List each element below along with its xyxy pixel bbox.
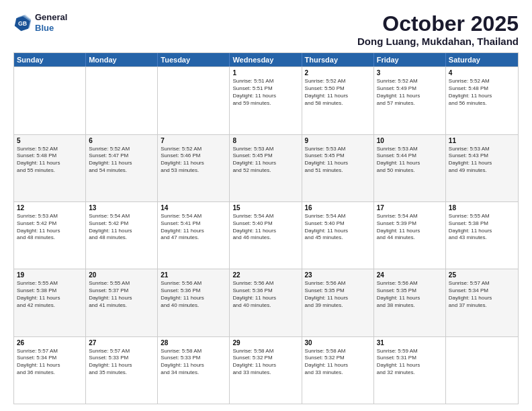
cell-text: Sunrise: 5:55 AMSunset: 5:37 PMDaylight:… — [89, 280, 154, 309]
calendar-cell: 27Sunrise: 5:57 AMSunset: 5:33 PMDayligh… — [86, 337, 158, 404]
day-number: 23 — [305, 271, 371, 279]
logo-general: General — [35, 12, 67, 23]
cell-text: Sunrise: 5:58 AMSunset: 5:32 PMDaylight:… — [232, 348, 298, 377]
calendar-cell: 17Sunrise: 5:54 AMSunset: 5:39 PMDayligh… — [374, 202, 446, 269]
day-number: 1 — [232, 69, 298, 77]
calendar-cell: 2Sunrise: 5:52 AMSunset: 5:50 PMDaylight… — [302, 67, 374, 134]
day-number: 11 — [449, 137, 515, 144]
calendar-cell: 11Sunrise: 5:53 AMSunset: 5:43 PMDayligh… — [446, 135, 518, 201]
day-number: 4 — [449, 69, 515, 77]
day-number: 20 — [89, 271, 154, 279]
day-number: 25 — [449, 271, 515, 279]
cell-text: Sunrise: 5:53 AMSunset: 5:42 PMDaylight:… — [17, 213, 83, 242]
day-number: 3 — [377, 69, 443, 77]
svg-text:GB: GB — [18, 20, 27, 27]
day-number: 24 — [377, 271, 443, 279]
cell-text: Sunrise: 5:55 AMSunset: 5:38 PMDaylight:… — [17, 280, 83, 309]
calendar-cell: 1Sunrise: 5:51 AMSunset: 5:51 PMDaylight… — [230, 67, 302, 134]
cell-text: Sunrise: 5:53 AMSunset: 5:44 PMDaylight:… — [377, 146, 443, 175]
cell-text: Sunrise: 5:56 AMSunset: 5:35 PMDaylight:… — [305, 280, 371, 309]
month-title: October 2025 — [357, 12, 519, 36]
day-number: 30 — [305, 339, 371, 347]
cell-text: Sunrise: 5:58 AMSunset: 5:33 PMDaylight:… — [161, 348, 226, 377]
calendar-cell — [86, 67, 158, 134]
calendar-row: 19Sunrise: 5:55 AMSunset: 5:38 PMDayligh… — [14, 269, 518, 336]
calendar: SundayMondayTuesdayWednesdayThursdayFrid… — [13, 52, 519, 404]
weekday-header: Friday — [374, 53, 446, 66]
cell-text: Sunrise: 5:52 AMSunset: 5:48 PMDaylight:… — [17, 146, 83, 175]
calendar-cell — [446, 337, 518, 404]
day-number: 19 — [17, 271, 83, 279]
cell-text: Sunrise: 5:54 AMSunset: 5:41 PMDaylight:… — [161, 213, 226, 242]
day-number: 18 — [449, 204, 515, 212]
day-number: 8 — [232, 137, 298, 144]
calendar-header: SundayMondayTuesdayWednesdayThursdayFrid… — [14, 53, 518, 66]
weekday-header: Sunday — [14, 53, 86, 66]
cell-text: Sunrise: 5:58 AMSunset: 5:32 PMDaylight:… — [305, 348, 371, 377]
page: GB General Blue October 2025 Dong Luang,… — [0, 0, 532, 411]
day-number: 15 — [232, 204, 298, 212]
cell-text: Sunrise: 5:55 AMSunset: 5:38 PMDaylight:… — [449, 213, 515, 242]
cell-text: Sunrise: 5:52 AMSunset: 5:50 PMDaylight:… — [305, 78, 371, 107]
day-number: 5 — [17, 137, 83, 144]
weekday-header: Saturday — [446, 53, 518, 66]
cell-text: Sunrise: 5:56 AMSunset: 5:36 PMDaylight:… — [232, 280, 298, 309]
cell-text: Sunrise: 5:52 AMSunset: 5:46 PMDaylight:… — [161, 146, 226, 175]
day-number: 10 — [377, 137, 443, 144]
calendar-cell: 19Sunrise: 5:55 AMSunset: 5:38 PMDayligh… — [14, 269, 86, 336]
calendar-cell: 9Sunrise: 5:53 AMSunset: 5:45 PMDaylight… — [302, 135, 374, 201]
day-number: 14 — [161, 204, 226, 212]
calendar-cell: 13Sunrise: 5:54 AMSunset: 5:42 PMDayligh… — [86, 202, 158, 269]
calendar-cell: 26Sunrise: 5:57 AMSunset: 5:34 PMDayligh… — [14, 337, 86, 404]
calendar-cell: 25Sunrise: 5:57 AMSunset: 5:34 PMDayligh… — [446, 269, 518, 336]
cell-text: Sunrise: 5:54 AMSunset: 5:40 PMDaylight:… — [305, 213, 371, 242]
title-block: October 2025 Dong Luang, Mukdahan, Thail… — [357, 12, 519, 47]
calendar-row: 12Sunrise: 5:53 AMSunset: 5:42 PMDayligh… — [14, 201, 518, 269]
cell-text: Sunrise: 5:54 AMSunset: 5:42 PMDaylight:… — [89, 213, 154, 242]
calendar-cell: 31Sunrise: 5:59 AMSunset: 5:31 PMDayligh… — [374, 337, 446, 404]
calendar-cell: 23Sunrise: 5:56 AMSunset: 5:35 PMDayligh… — [302, 269, 374, 336]
day-number: 29 — [232, 339, 298, 347]
calendar-cell — [158, 67, 230, 134]
calendar-cell: 20Sunrise: 5:55 AMSunset: 5:37 PMDayligh… — [86, 269, 158, 336]
calendar-row: 1Sunrise: 5:51 AMSunset: 5:51 PMDaylight… — [14, 66, 518, 134]
day-number: 22 — [232, 271, 298, 279]
day-number: 26 — [17, 339, 83, 347]
cell-text: Sunrise: 5:54 AMSunset: 5:39 PMDaylight:… — [377, 213, 443, 242]
cell-text: Sunrise: 5:57 AMSunset: 5:34 PMDaylight:… — [17, 348, 83, 377]
logo: GB General Blue — [13, 12, 67, 33]
calendar-cell: 4Sunrise: 5:52 AMSunset: 5:48 PMDaylight… — [446, 67, 518, 134]
cell-text: Sunrise: 5:51 AMSunset: 5:51 PMDaylight:… — [232, 78, 298, 107]
day-number: 12 — [17, 204, 83, 212]
cell-text: Sunrise: 5:57 AMSunset: 5:33 PMDaylight:… — [89, 348, 154, 377]
calendar-cell: 24Sunrise: 5:56 AMSunset: 5:35 PMDayligh… — [374, 269, 446, 336]
calendar-cell: 21Sunrise: 5:56 AMSunset: 5:36 PMDayligh… — [158, 269, 230, 336]
cell-text: Sunrise: 5:53 AMSunset: 5:43 PMDaylight:… — [449, 146, 515, 175]
calendar-row: 26Sunrise: 5:57 AMSunset: 5:34 PMDayligh… — [14, 336, 518, 404]
weekday-header: Thursday — [302, 53, 374, 66]
calendar-body: 1Sunrise: 5:51 AMSunset: 5:51 PMDaylight… — [14, 66, 518, 404]
day-number: 28 — [161, 339, 226, 347]
day-number: 31 — [377, 339, 443, 347]
weekday-header: Tuesday — [158, 53, 230, 66]
cell-text: Sunrise: 5:56 AMSunset: 5:35 PMDaylight:… — [377, 280, 443, 309]
logo-text: General Blue — [35, 12, 67, 33]
calendar-cell: 30Sunrise: 5:58 AMSunset: 5:32 PMDayligh… — [302, 337, 374, 404]
cell-text: Sunrise: 5:52 AMSunset: 5:49 PMDaylight:… — [377, 78, 443, 107]
day-number: 6 — [89, 137, 154, 144]
cell-text: Sunrise: 5:52 AMSunset: 5:48 PMDaylight:… — [449, 78, 515, 107]
weekday-header: Wednesday — [230, 53, 302, 66]
calendar-cell: 10Sunrise: 5:53 AMSunset: 5:44 PMDayligh… — [374, 135, 446, 201]
cell-text: Sunrise: 5:59 AMSunset: 5:31 PMDaylight:… — [377, 348, 443, 377]
logo-icon: GB — [13, 13, 32, 32]
weekday-header: Monday — [86, 53, 158, 66]
cell-text: Sunrise: 5:52 AMSunset: 5:47 PMDaylight:… — [89, 146, 154, 175]
calendar-cell: 28Sunrise: 5:58 AMSunset: 5:33 PMDayligh… — [158, 337, 230, 404]
calendar-cell — [14, 67, 86, 134]
cell-text: Sunrise: 5:57 AMSunset: 5:34 PMDaylight:… — [449, 280, 515, 309]
calendar-cell: 16Sunrise: 5:54 AMSunset: 5:40 PMDayligh… — [302, 202, 374, 269]
calendar-cell: 5Sunrise: 5:52 AMSunset: 5:48 PMDaylight… — [14, 135, 86, 201]
day-number: 2 — [305, 69, 371, 77]
calendar-cell: 7Sunrise: 5:52 AMSunset: 5:46 PMDaylight… — [158, 135, 230, 201]
day-number: 13 — [89, 204, 154, 212]
